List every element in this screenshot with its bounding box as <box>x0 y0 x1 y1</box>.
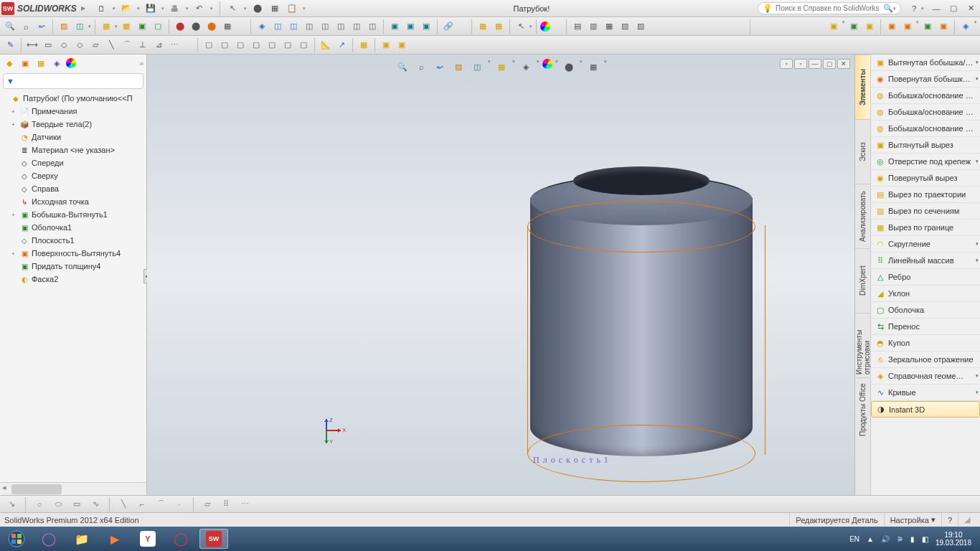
sk-corner-icon[interactable]: ⌐ <box>135 497 149 512</box>
feature-command[interactable]: ◍Бобышка/основание … <box>871 88 980 104</box>
cube7-icon[interactable]: ◫ <box>365 19 380 34</box>
cube2-icon[interactable]: ◫ <box>286 19 301 34</box>
shaded2-icon[interactable]: ▣ <box>403 19 418 34</box>
menu-dropdown-icon[interactable]: ▶ <box>81 5 85 11</box>
cm-tab[interactable]: Продукты Office <box>855 377 870 442</box>
open-icon[interactable]: 📂 <box>120 2 133 15</box>
tree-item[interactable]: ↳Исходная точка <box>1 195 146 208</box>
feature-command[interactable]: ⠿Линейный массив▾ <box>871 253 980 269</box>
task-cortana-icon[interactable]: ◯ <box>34 529 63 549</box>
box7-icon[interactable]: ▢ <box>296 38 311 52</box>
stop-icon[interactable]: ⬤ <box>173 19 187 34</box>
feature-command[interactable]: ⇆Перенос <box>871 319 980 335</box>
feature-command[interactable]: ◓Купол <box>871 335 980 352</box>
tree-item[interactable]: +📄Примечания <box>1 105 146 118</box>
ref2-icon[interactable]: ▣ <box>379 38 393 52</box>
sk-pattern-icon[interactable]: ⠿ <box>219 497 233 512</box>
arc-icon[interactable]: ⌒ <box>120 38 134 52</box>
tree-item[interactable]: ▣Оболочка1 <box>1 221 146 234</box>
feature-command[interactable]: ⎋Зеркальное отражение <box>871 352 980 368</box>
box1-icon[interactable]: ▢ <box>202 38 216 52</box>
task-solidworks-icon[interactable]: SW <box>199 529 228 549</box>
hud-zoom-area-icon[interactable]: ⌕ <box>413 59 429 75</box>
shaded-icon[interactable]: ▢ <box>151 19 165 34</box>
view-orient-icon[interactable]: ◫ <box>72 19 87 34</box>
mdi-close-icon[interactable]: ✕ <box>837 59 850 69</box>
tool-d-icon[interactable]: ▣ <box>885 19 899 34</box>
tray-battery-icon[interactable]: ▮ <box>910 535 915 543</box>
start-button[interactable] <box>3 528 30 550</box>
sk-exit-icon[interactable]: ↘ <box>4 497 19 512</box>
tree-item[interactable]: ◇Справа <box>1 182 146 195</box>
section-view-icon[interactable]: ▨ <box>57 19 71 34</box>
shown-hidden-icon[interactable]: ▩ <box>119 19 133 34</box>
window-close-icon[interactable]: ▧ <box>618 19 632 34</box>
status-help-icon[interactable]: ? <box>941 513 958 527</box>
task-media-icon[interactable]: ▶ <box>100 529 129 549</box>
tool-h-icon[interactable]: ◈ <box>958 19 973 34</box>
model-cylinder[interactable]: П л о с к о с т ь 1 <box>530 169 760 471</box>
sk-line-icon[interactable]: ╲ <box>116 497 131 512</box>
box3-icon[interactable]: ▢ <box>233 38 248 52</box>
tree-root[interactable]: ◆ Патрубок! (По умолчанию<<П <box>1 92 146 105</box>
shape2-icon[interactable]: ◇ <box>72 38 87 52</box>
eval-icon[interactable]: ↗ <box>334 38 349 52</box>
feature-command[interactable]: ◢Уклон <box>871 286 980 302</box>
mdi-btn2-icon[interactable]: ▫ <box>794 59 807 69</box>
scene-icon[interactable]: ⬤ <box>204 19 219 34</box>
dim-icon[interactable]: ⟷ <box>25 38 39 52</box>
options-icon[interactable]: ▦ <box>268 2 281 15</box>
feature-command[interactable]: ▢Оболочка <box>871 302 980 319</box>
zoom-fit-icon[interactable]: 🔍 <box>3 19 17 34</box>
maximize-icon[interactable]: ▢ <box>946 3 961 14</box>
perp-icon[interactable]: ⊥ <box>136 38 150 52</box>
box6-icon[interactable]: ▢ <box>281 38 295 52</box>
cursor-icon[interactable]: ↖ <box>514 19 528 34</box>
fm-tab-4-icon[interactable]: ◈ <box>50 57 63 70</box>
search-icon[interactable]: 🔍 <box>883 4 893 13</box>
tool-g-icon[interactable]: ▣ <box>936 19 951 34</box>
fm-tab-2-icon[interactable]: ▣ <box>19 57 32 70</box>
cube6-icon[interactable]: ◫ <box>349 19 364 34</box>
ref3-icon[interactable]: ▣ <box>395 38 409 52</box>
feature-command[interactable]: ∿Кривые▾ <box>871 385 980 401</box>
tree-item[interactable]: +▣Бобышка-Вытянуть1 <box>1 208 146 221</box>
tangent-icon[interactable]: ⊿ <box>151 38 166 52</box>
decal-icon[interactable]: ▦ <box>220 19 235 34</box>
feature-command[interactable]: ▦Вырез по границе <box>871 220 980 236</box>
ref1-icon[interactable]: ▦ <box>357 38 371 52</box>
fm-tab-1-icon[interactable]: ◆ <box>3 57 16 70</box>
tool-e-icon[interactable]: ▣ <box>900 19 915 34</box>
rect-icon[interactable]: ▭ <box>41 38 55 52</box>
window-new-icon[interactable]: ▨ <box>633 19 648 34</box>
tray-network-icon[interactable]: ⚞ <box>897 535 903 543</box>
shape1-icon[interactable]: ◇ <box>57 38 71 52</box>
tool-f-icon[interactable]: ▣ <box>920 19 935 34</box>
select-icon[interactable]: ↖ <box>227 2 240 15</box>
tree-item[interactable]: ◇Сверху <box>1 169 146 182</box>
window-cascade-icon[interactable]: ▥ <box>586 19 600 34</box>
hud-scene-icon[interactable]: ⬤ <box>561 59 577 75</box>
properties-icon[interactable]: 📋 <box>286 2 298 15</box>
cm-tab[interactable]: Анализировать <box>855 184 870 248</box>
box5-icon[interactable]: ▢ <box>265 38 279 52</box>
task-yandex-icon[interactable]: Y <box>133 529 162 549</box>
tray-action-icon[interactable]: ◧ <box>922 535 928 543</box>
shape3-icon[interactable]: ▱ <box>88 38 103 52</box>
cube3-icon[interactable]: ◫ <box>302 19 316 34</box>
window-arrange-icon[interactable]: ▦ <box>602 19 616 34</box>
cm-tab[interactable]: Элементы <box>855 55 870 119</box>
save-icon[interactable]: 💾 <box>144 2 157 15</box>
cm-tab[interactable]: Эскиз <box>855 119 870 184</box>
tray-flag-icon[interactable]: ▲ <box>867 535 874 543</box>
cube1-icon[interactable]: ◫ <box>270 19 285 34</box>
tree-item[interactable]: ≣Материал <не указан> <box>1 143 146 156</box>
feature-command[interactable]: ◠Скругление▾ <box>871 236 980 253</box>
grid1-icon[interactable]: ▦ <box>476 19 490 34</box>
new-icon[interactable]: 🗋 <box>95 2 108 15</box>
shaded1-icon[interactable]: ▣ <box>387 19 402 34</box>
shaded3-icon[interactable]: ▣ <box>419 19 433 34</box>
appearance-icon[interactable]: ⬤ <box>189 19 203 34</box>
previous-view-icon[interactable]: ↜ <box>34 19 49 34</box>
rainbow-icon[interactable] <box>540 22 550 32</box>
